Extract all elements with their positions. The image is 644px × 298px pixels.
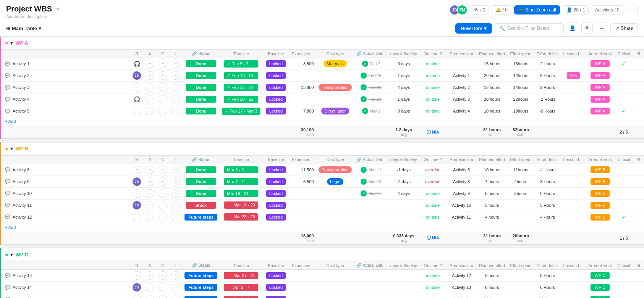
add-description[interactable]: Add board description: [6, 14, 60, 19]
status-cell[interactable]: Done: [182, 105, 220, 117]
placeholder-person[interactable]: +: [133, 189, 141, 198]
add-row-wpa[interactable]: + Add: [1, 117, 644, 126]
status-cell[interactable]: Done: [182, 176, 220, 187]
main-table-selector[interactable]: ⊞ Main Table ▾: [6, 26, 41, 31]
placeholder-person[interactable]: +: [146, 201, 154, 209]
placeholder-person[interactable]: +: [133, 295, 141, 298]
placeholder-person[interactable]: +: [159, 213, 167, 221]
placeholder-person[interactable]: +: [146, 95, 154, 103]
comment-icon[interactable]: 💬: [5, 273, 10, 278]
placeholder-person[interactable]: +: [146, 177, 154, 186]
status-cell[interactable]: Future steps: [182, 270, 220, 282]
status-cell[interactable]: Future steps: [182, 211, 220, 223]
placeholder-person[interactable]: +: [146, 295, 154, 298]
placeholder-person[interactable]: +: [172, 271, 180, 280]
comment-icon[interactable]: 💬: [5, 167, 10, 172]
status-cell[interactable]: Done: [182, 58, 220, 70]
comment-icon[interactable]: 💬: [5, 61, 10, 66]
placeholder-person[interactable]: +: [172, 295, 180, 298]
comment-icon[interactable]: 💬: [5, 179, 10, 184]
placeholder-person[interactable]: +: [159, 201, 167, 209]
add-item-button[interactable]: + Add: [1, 223, 644, 232]
placeholder-person[interactable]: +: [159, 189, 167, 198]
placeholder-person[interactable]: +: [172, 71, 180, 80]
placeholder-person[interactable]: +: [172, 83, 180, 92]
placeholder-person[interactable]: +: [172, 283, 180, 292]
group-collapse-icon[interactable]: ▾: [10, 146, 13, 151]
share-button[interactable]: ↗ Share: [610, 23, 638, 33]
placeholder-person[interactable]: +: [133, 271, 141, 280]
comment-icon[interactable]: 💬: [5, 297, 10, 298]
col-daysdelay-header: days left/delay: [388, 49, 419, 58]
placeholder-person[interactable]: +: [146, 189, 154, 198]
status-badge: Future steps: [184, 296, 217, 298]
placeholder-person[interactable]: +: [159, 177, 167, 186]
comment-icon[interactable]: 💬: [5, 85, 10, 90]
status-cell[interactable]: Done: [182, 93, 220, 105]
placeholder-person[interactable]: +: [172, 60, 180, 68]
placeholder-person[interactable]: +: [159, 166, 167, 174]
placeholder-person[interactable]: +: [133, 83, 141, 92]
placeholder-person[interactable]: +: [172, 166, 180, 174]
more-options-button[interactable]: ···: [626, 5, 638, 15]
eye-stat: 👁 / 0: [471, 5, 489, 14]
status-cell[interactable]: Future steps: [182, 293, 220, 298]
area-badge: WP B: [591, 166, 610, 173]
placeholder-person[interactable]: +: [146, 166, 154, 174]
star-icon[interactable]: ★: [55, 5, 60, 13]
comment-icon[interactable]: 💬: [5, 214, 10, 219]
placeholder-person[interactable]: +: [159, 95, 167, 103]
placeholder-person[interactable]: +: [159, 283, 167, 292]
placeholder-person[interactable]: +: [172, 213, 180, 221]
person-filter-button[interactable]: 👤: [567, 23, 578, 34]
status-cell[interactable]: Future steps: [182, 282, 220, 293]
placeholder-person[interactable]: +: [172, 107, 180, 115]
col-add-header[interactable]: ⊕: [633, 261, 644, 270]
group-collapse-icon[interactable]: ▾: [10, 252, 13, 258]
status-badge: Done: [186, 108, 216, 114]
placeholder-person[interactable]: +: [159, 71, 167, 80]
placeholder-person[interactable]: +: [146, 271, 154, 280]
comment-icon[interactable]: 💬: [5, 191, 10, 196]
placeholder-person[interactable]: +: [146, 107, 154, 115]
placeholder-person[interactable]: +: [159, 60, 167, 68]
filter-button[interactable]: ⊟: [596, 23, 607, 34]
placeholder-person[interactable]: +: [172, 95, 180, 103]
placeholder-person[interactable]: +: [159, 295, 167, 298]
placeholder-person[interactable]: +: [146, 71, 154, 80]
placeholder-person[interactable]: +: [146, 60, 154, 68]
status-cell[interactable]: Done: [182, 82, 220, 93]
col-add-header[interactable]: ⊕: [633, 155, 644, 164]
placeholder-person[interactable]: +: [159, 271, 167, 280]
status-cell[interactable]: Done: [182, 164, 220, 176]
placeholder-person[interactable]: +: [133, 107, 141, 115]
placeholder-person[interactable]: +: [146, 83, 154, 92]
placeholder-person[interactable]: +: [159, 107, 167, 115]
status-cell[interactable]: Done: [182, 187, 220, 199]
group-collapse-icon[interactable]: ▾: [10, 40, 13, 46]
placeholder-person[interactable]: +: [172, 177, 180, 186]
eye-button[interactable]: 👁: [581, 23, 593, 34]
placeholder-person[interactable]: +: [172, 189, 180, 198]
status-cell[interactable]: Stuck: [182, 199, 220, 211]
placeholder-person[interactable]: +: [133, 213, 141, 221]
comment-icon[interactable]: 💬: [5, 97, 10, 102]
placeholder-person[interactable]: +: [146, 283, 154, 292]
placeholder-person[interactable]: +: [133, 166, 141, 174]
add-item-button[interactable]: + Add: [1, 117, 644, 126]
placeholder-person[interactable]: +: [172, 201, 180, 209]
comment-icon[interactable]: 💬: [5, 73, 10, 78]
locked-badge: Locked: [266, 166, 286, 173]
comment-icon[interactable]: 💬: [5, 203, 10, 208]
search-box[interactable]: 🔍 Search / Filter Board: [495, 23, 564, 33]
comment-icon[interactable]: 💬: [5, 285, 10, 290]
new-item-button[interactable]: New Item ▾: [455, 23, 492, 34]
zoom-button[interactable]: 📹 Start Zoom call: [514, 5, 560, 14]
comment-icon[interactable]: 💬: [5, 109, 10, 114]
placeholder-person[interactable]: +: [159, 83, 167, 92]
col-add-header[interactable]: ⊕: [633, 49, 644, 58]
add-row-wpb[interactable]: + Add: [1, 223, 644, 232]
status-cell[interactable]: Done: [182, 70, 220, 82]
area-cell: WP C: [586, 282, 614, 293]
placeholder-person[interactable]: +: [146, 213, 154, 221]
